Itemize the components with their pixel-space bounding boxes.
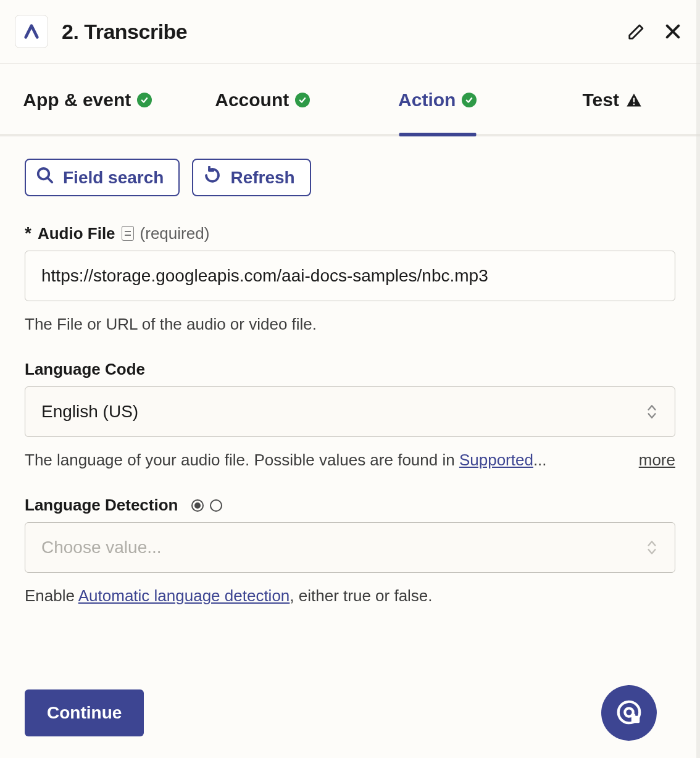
field-search-button[interactable]: Field search xyxy=(25,159,180,196)
svg-rect-1 xyxy=(633,104,635,105)
field-label: Language Code xyxy=(25,360,145,379)
radio-option-off[interactable] xyxy=(210,499,222,512)
language-code-select[interactable]: English (US) xyxy=(25,386,675,437)
help-fab-button[interactable] xyxy=(601,685,657,741)
edit-icon[interactable] xyxy=(627,22,646,41)
select-value: English (US) xyxy=(41,402,138,422)
tab-label: Test xyxy=(583,90,619,110)
page-title: 2. Transcribe xyxy=(62,20,627,44)
footer-bar: Continue xyxy=(0,670,700,758)
select-placeholder: Choose value... xyxy=(41,538,162,557)
chevron-up-down-icon xyxy=(645,404,659,420)
button-label: Refresh xyxy=(230,168,294,188)
refresh-button[interactable]: Refresh xyxy=(192,159,310,196)
tab-label: Account xyxy=(215,90,289,110)
close-icon[interactable] xyxy=(663,22,683,41)
tab-app-event[interactable]: App & event xyxy=(0,64,175,134)
form-content: Field search Refresh * Audio File (requi… xyxy=(0,136,700,646)
field-label: Language Detection xyxy=(25,496,178,515)
app-logo-icon xyxy=(15,15,48,48)
check-icon xyxy=(137,93,152,107)
support-icon xyxy=(615,698,643,728)
field-language-code: Language Code English (US) The language … xyxy=(25,360,675,471)
language-detection-select[interactable]: Choose value... xyxy=(25,522,675,573)
radio-option-on[interactable] xyxy=(191,499,204,512)
tab-label: Action xyxy=(398,90,456,110)
supported-link[interactable]: Supported xyxy=(459,451,533,469)
field-language-detection: Language Detection Choose value... Enabl… xyxy=(25,496,675,607)
more-link[interactable]: more xyxy=(639,451,675,470)
scrollbar-track[interactable] xyxy=(696,0,700,758)
search-icon xyxy=(36,166,54,189)
tab-test[interactable]: Test xyxy=(525,64,701,134)
auto-detect-link[interactable]: Automatic language detection xyxy=(78,586,290,605)
required-asterisk: * xyxy=(25,223,31,243)
svg-point-4 xyxy=(625,708,633,716)
chevron-up-down-icon xyxy=(645,539,659,556)
audio-file-input[interactable] xyxy=(25,251,675,301)
help-text: Enable Automatic language detection, eit… xyxy=(25,585,675,607)
help-text: The language of your audio file. Possibl… xyxy=(25,449,624,471)
warning-icon xyxy=(625,91,643,109)
check-icon xyxy=(462,93,477,107)
panel-header: 2. Transcribe xyxy=(0,0,700,64)
refresh-icon xyxy=(203,166,222,189)
tab-bar: App & event Account Action Test xyxy=(0,64,700,136)
button-label: Field search xyxy=(63,168,164,188)
file-icon xyxy=(122,226,134,241)
field-label: Audio File xyxy=(38,224,115,243)
field-audio-file: * Audio File (required) The File or URL … xyxy=(25,223,675,335)
svg-rect-0 xyxy=(633,98,635,102)
tab-label: App & event xyxy=(23,90,131,110)
continue-button[interactable]: Continue xyxy=(25,689,144,736)
check-icon xyxy=(295,93,310,107)
svg-rect-5 xyxy=(631,715,640,723)
help-text: The File or URL of the audio or video fi… xyxy=(25,314,675,335)
tab-action[interactable]: Action xyxy=(350,64,525,134)
tab-account[interactable]: Account xyxy=(175,64,351,134)
required-text: (required) xyxy=(140,224,210,243)
